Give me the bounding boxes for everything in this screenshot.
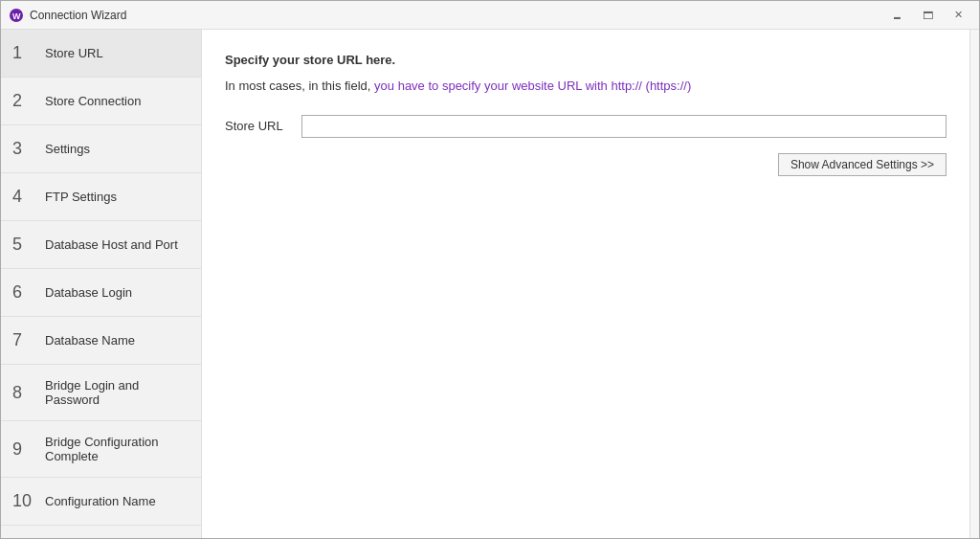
- sidebar-item-5[interactable]: 5Database Host and Port: [1, 221, 201, 269]
- window-title: Connection Wizard: [30, 9, 126, 22]
- sidebar-item-label-8: Bridge Login and Password: [45, 378, 189, 407]
- description-highlight: you have to specify your website URL wit…: [374, 79, 691, 93]
- sidebar-item-number-5: 5: [12, 235, 35, 255]
- scrollbar-strip: [969, 30, 979, 538]
- advanced-btn-row: Show Advanced Settings >>: [225, 153, 947, 176]
- svg-text:W: W: [12, 11, 21, 21]
- sidebar-item-4[interactable]: 4FTP Settings: [1, 173, 201, 221]
- sidebar-item-label-4: FTP Settings: [45, 190, 117, 204]
- sidebar-item-number-8: 8: [12, 383, 35, 403]
- form-row-url: Store URL: [225, 115, 947, 138]
- sidebar-item-9[interactable]: 9Bridge Configuration Complete: [1, 421, 201, 478]
- sidebar-item-label-6: Database Login: [45, 285, 132, 300]
- main-window: W Connection Wizard 🗕 🗖 ✕ 1Store URL2Sto…: [0, 0, 980, 539]
- sidebar-item-6[interactable]: 6Database Login: [1, 269, 201, 317]
- content-area: Specify your store URL here. In most cas…: [202, 30, 969, 538]
- close-button[interactable]: ✕: [945, 6, 971, 25]
- store-url-input[interactable]: [301, 115, 947, 138]
- content-title: Specify your store URL here.: [225, 53, 947, 67]
- sidebar: 1Store URL2Store Connection3Settings4FTP…: [1, 30, 202, 538]
- sidebar-item-number-1: 1: [12, 43, 35, 63]
- sidebar-item-number-2: 2: [12, 91, 35, 111]
- sidebar-item-3[interactable]: 3Settings: [1, 125, 201, 173]
- main-content: 1Store URL2Store Connection3Settings4FTP…: [1, 30, 979, 538]
- title-bar-controls: 🗕 🗖 ✕: [883, 6, 971, 25]
- sidebar-item-number-10: 10: [12, 491, 35, 511]
- sidebar-item-7[interactable]: 7Database Name: [1, 317, 201, 365]
- store-url-label: Store URL: [225, 119, 292, 133]
- sidebar-item-label-3: Settings: [45, 142, 90, 156]
- sidebar-item-10[interactable]: 10Configuration Name: [1, 478, 201, 526]
- show-advanced-settings-button[interactable]: Show Advanced Settings >>: [778, 153, 947, 176]
- sidebar-item-label-1: Store URL: [45, 46, 103, 60]
- sidebar-item-label-5: Database Host and Port: [45, 237, 178, 252]
- sidebar-item-label-7: Database Name: [45, 333, 135, 348]
- content-description: In most cases, in this field, you have t…: [225, 77, 947, 96]
- minimize-button[interactable]: 🗕: [883, 6, 910, 25]
- wizard-icon: W: [9, 8, 24, 23]
- sidebar-item-number-6: 6: [12, 282, 35, 303]
- sidebar-item-2[interactable]: 2Store Connection: [1, 78, 201, 125]
- sidebar-item-label-2: Store Connection: [45, 94, 141, 108]
- title-bar: W Connection Wizard 🗕 🗖 ✕: [1, 1, 979, 30]
- sidebar-item-number-3: 3: [12, 139, 35, 159]
- sidebar-item-label-9: Bridge Configuration Complete: [45, 435, 189, 463]
- sidebar-item-number-4: 4: [12, 187, 35, 207]
- sidebar-item-8[interactable]: 8Bridge Login and Password: [1, 365, 201, 421]
- sidebar-item-number-7: 7: [12, 330, 35, 350]
- sidebar-item-1[interactable]: 1Store URL: [1, 30, 201, 78]
- restore-button[interactable]: 🗖: [914, 6, 941, 25]
- sidebar-item-label-10: Configuration Name: [45, 494, 156, 508]
- description-plain: In most cases, in this field,: [225, 79, 374, 93]
- sidebar-item-number-9: 9: [12, 439, 35, 460]
- title-bar-left: W Connection Wizard: [9, 8, 126, 23]
